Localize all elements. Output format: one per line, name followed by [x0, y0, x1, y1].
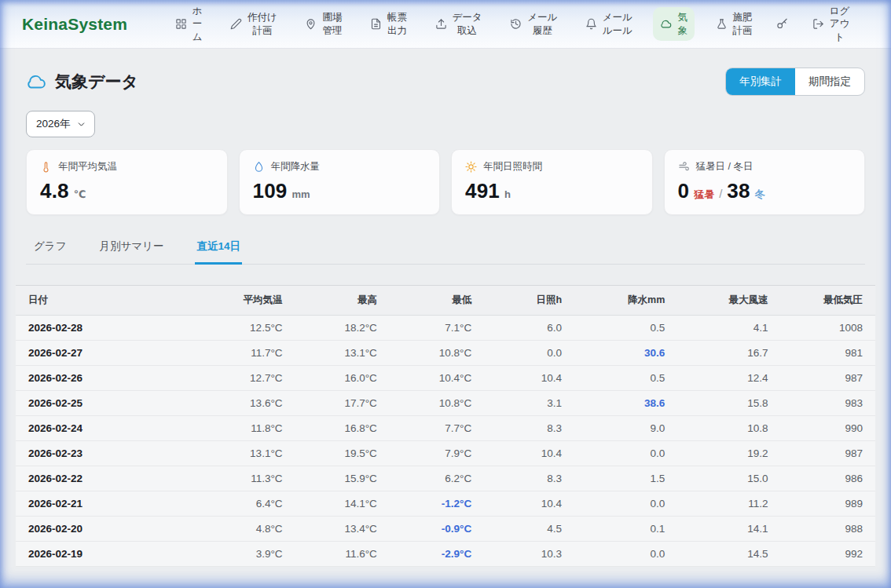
card-unit: ℃: [74, 188, 86, 200]
value-cell: 1.5: [574, 466, 677, 491]
table-header-row: 日付平均気温最高最低日照h降水mm最大風速最低気圧: [16, 286, 875, 316]
value-cell: 12.7°C: [196, 366, 295, 391]
nav-data-import[interactable]: データ 取込: [428, 7, 490, 41]
value-cell: 0.5: [574, 366, 677, 391]
value-cell: 16.0°C: [295, 366, 390, 391]
value-cell: 11.8°C: [196, 416, 295, 441]
card-unit: h: [504, 188, 511, 200]
yearly-summary-button[interactable]: 年別集計: [726, 68, 795, 95]
value-cell: 4.1: [677, 316, 780, 341]
value-cell: 15.0: [677, 466, 780, 491]
bell-icon: [585, 18, 597, 30]
cloud-icon: [660, 18, 672, 30]
value-cell: 38.6: [574, 391, 677, 416]
card-value: 109: [253, 179, 288, 203]
value-cell: 12.5°C: [196, 316, 295, 341]
card-label: 年間日照時間: [465, 160, 639, 173]
value-cell: 7.7°C: [390, 416, 484, 441]
year-select-value: 2026年: [36, 117, 71, 131]
navbar-items: ホ ー ム作付け 計画圃場 管理帳票 出力データ 取込メール 履歴メール ルール…: [154, 1, 871, 47]
card-value: 0: [678, 179, 690, 203]
value-cell: 18.2°C: [295, 316, 390, 341]
navbar-item-label: ホ ー ム: [192, 5, 203, 43]
card-value-row: 0猛暑/38冬: [678, 179, 852, 203]
card-unit-2: 冬: [755, 188, 765, 202]
navbar-item-label: ログ アウ ト: [830, 5, 850, 43]
date-cell: 2026-02-25: [16, 391, 196, 416]
home-icon: [175, 18, 187, 30]
value-cell: 12.4: [677, 366, 780, 391]
value-cell: 7.9°C: [390, 441, 484, 466]
value-cell: 0.0: [574, 441, 677, 466]
tab-monthly-summary[interactable]: 月別サマリー: [97, 232, 165, 265]
card-avg-temp: 年間平均気温4.8℃: [26, 149, 228, 215]
value-cell: 15.9°C: [295, 466, 390, 491]
value-cell: 17.7°C: [295, 391, 390, 416]
card-unit: 猛暑: [694, 188, 714, 202]
column-header: 平均気温: [196, 286, 295, 316]
app-logo[interactable]: KeinaSystem: [22, 15, 127, 34]
value-cell: 6.2°C: [390, 466, 484, 491]
value-cell: 11.7°C: [196, 341, 295, 366]
value-cell: 0.0: [574, 542, 677, 567]
value-cell: 10.4: [484, 491, 574, 517]
card-label-text: 年間平均気温: [58, 160, 117, 173]
card-value: 4.8: [40, 179, 69, 203]
value-cell: 15.8: [677, 391, 780, 416]
value-cell: 13.1°C: [196, 441, 295, 466]
table-row: 2026-02-2211.3°C15.9°C6.2°C8.31.515.0986: [16, 466, 875, 491]
value-cell: 16.7: [677, 341, 780, 366]
tab-recent-14-days[interactable]: 直近14日: [195, 232, 242, 265]
nav-fertilizer-plan[interactable]: 施肥 計画: [709, 7, 760, 41]
table-row: 2026-02-2711.7°C13.1°C10.8°C0.030.616.79…: [16, 341, 875, 366]
nav-password[interactable]: [773, 14, 791, 34]
table-row: 2026-02-2313.1°C19.5°C7.9°C10.40.019.298…: [16, 441, 875, 466]
date-cell: 2026-02-21: [16, 491, 196, 517]
value-cell: 19.2: [677, 441, 780, 466]
table-row: 2026-02-2411.8°C16.8°C7.7°C8.39.010.8990: [16, 416, 875, 441]
value-cell: 0.0: [574, 491, 677, 517]
value-cell: 4.8°C: [196, 517, 295, 542]
navbar-item-label: メール 履歴: [527, 11, 557, 37]
value-cell: 6.4°C: [196, 491, 295, 517]
nav-weather[interactable]: 気 象: [653, 7, 695, 41]
card-value-row: 4.8℃: [40, 179, 214, 203]
nav-mail-rules[interactable]: メール ルール: [578, 7, 640, 41]
year-select[interactable]: 2026年: [26, 111, 95, 137]
flask-icon: [716, 18, 728, 30]
card-label-text: 年間日照時間: [483, 160, 542, 173]
nav-mail-history[interactable]: メール 履歴: [503, 7, 564, 41]
value-cell: 14.5: [677, 542, 780, 567]
value-cell: 13.4°C: [295, 517, 390, 542]
card-label: 猛暑日 / 冬日: [678, 160, 852, 173]
value-cell: 6.0: [484, 316, 574, 341]
date-cell: 2026-02-27: [16, 341, 196, 366]
value-cell: 989: [781, 491, 875, 517]
value-cell: 987: [781, 441, 875, 466]
value-cell: 11.6°C: [295, 542, 390, 567]
value-cell: 19.5°C: [295, 441, 390, 466]
value-cell: 4.5: [484, 517, 574, 542]
nav-home[interactable]: ホ ー ム: [168, 1, 210, 47]
card-value-2: 38: [727, 179, 750, 203]
value-cell: 7.1°C: [390, 316, 484, 341]
key-icon: [776, 18, 788, 30]
summary-cards: 年間平均気温4.8℃年間降水量109mm年間日照時間491h猛暑日 / 冬日0猛…: [26, 149, 865, 215]
upload-icon: [435, 18, 447, 30]
page-title-text: 気象データ: [55, 71, 138, 93]
card-extreme-days: 猛暑日 / 冬日0猛暑/38冬: [664, 149, 866, 215]
value-cell: 992: [781, 542, 875, 567]
nav-field-management[interactable]: 圃場 管理: [298, 7, 349, 41]
card-rainfall: 年間降水量109mm: [239, 149, 441, 215]
weather-table: 日付平均気温最高最低日照h降水mm最大風速最低気圧 2026-02-2812.5…: [16, 285, 875, 567]
tab-graph[interactable]: グラフ: [32, 232, 68, 265]
nav-logout[interactable]: ログ アウ ト: [805, 1, 857, 47]
period-select-button[interactable]: 期間指定: [795, 68, 864, 95]
nav-report-output[interactable]: 帳票 出力: [363, 7, 414, 41]
navbar-item-label: 気 象: [677, 11, 688, 37]
nav-planting-plan[interactable]: 作付け 計画: [223, 7, 284, 41]
value-cell: 10.4: [484, 366, 574, 391]
card-sunshine: 年間日照時間491h: [451, 149, 653, 215]
value-cell: 983: [781, 391, 875, 416]
column-header: 最高: [295, 286, 390, 316]
